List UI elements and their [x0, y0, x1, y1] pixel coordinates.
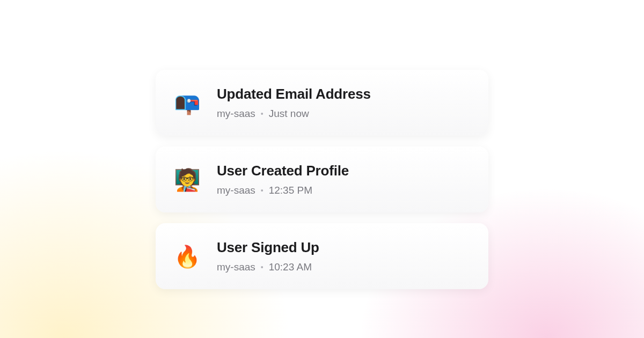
separator-dot: •: [261, 263, 264, 271]
event-feed: 📭 Updated Email Address my-saas • Just n…: [156, 70, 488, 338]
event-content: User Signed Up my-saas • 10:23 AM: [217, 239, 319, 273]
event-timestamp: 12:35 PM: [269, 185, 312, 196]
event-title: User Created Profile: [217, 163, 349, 179]
event-meta: my-saas • 10:23 AM: [217, 261, 319, 273]
event-title: User Signed Up: [217, 239, 319, 256]
event-timestamp: Just now: [269, 108, 309, 120]
separator-dot: •: [261, 186, 264, 195]
event-meta: my-saas • Just now: [217, 108, 371, 120]
event-card[interactable]: 🧑‍🏫 User Created Profile my-saas • 12:35…: [156, 146, 488, 212]
separator-dot: •: [261, 109, 264, 118]
event-project: my-saas: [217, 261, 255, 273]
event-content: Updated Email Address my-saas • Just now: [217, 86, 371, 120]
fire-icon: 🔥: [174, 246, 201, 267]
event-meta: my-saas • 12:35 PM: [217, 185, 349, 196]
event-card[interactable]: 📭 Updated Email Address my-saas • Just n…: [156, 70, 488, 136]
event-card[interactable]: 🔥 User Signed Up my-saas • 10:23 AM: [156, 223, 488, 289]
teacher-icon: 🧑‍🏫: [174, 169, 201, 190]
event-timestamp: 10:23 AM: [269, 261, 312, 273]
event-project: my-saas: [217, 185, 255, 196]
mailbox-icon: 📭: [174, 92, 201, 114]
event-title: Updated Email Address: [217, 86, 371, 102]
event-project: my-saas: [217, 108, 255, 120]
event-content: User Created Profile my-saas • 12:35 PM: [217, 163, 349, 196]
